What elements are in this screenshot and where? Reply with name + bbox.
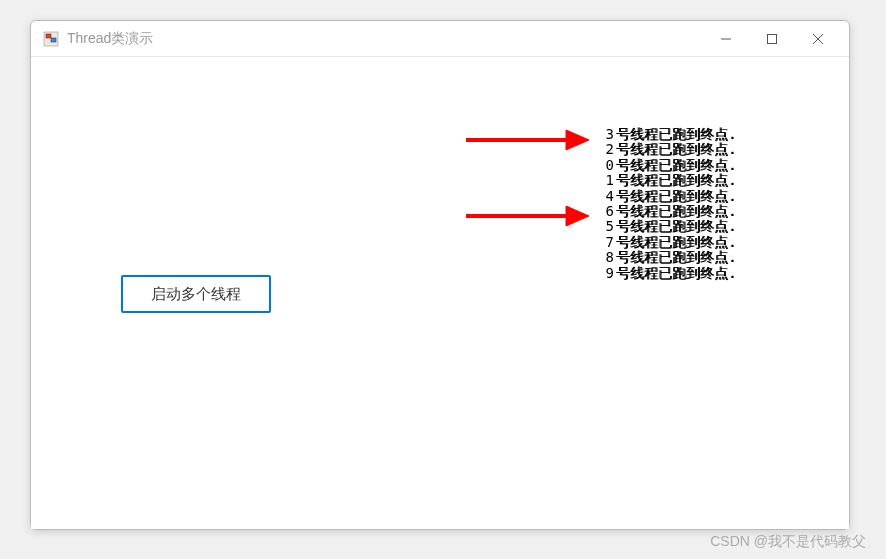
thread-line: 7号线程已跑到终点. — [596, 235, 736, 250]
svg-rect-4 — [768, 34, 777, 43]
thread-num: 2 — [596, 142, 614, 157]
thread-num: 6 — [596, 204, 614, 219]
thread-text: 号线程已跑到终点. — [616, 158, 736, 173]
thread-num: 1 — [596, 173, 614, 188]
annotation-arrow-2 — [461, 203, 591, 229]
thread-text: 号线程已跑到终点. — [616, 173, 736, 188]
svg-rect-2 — [51, 38, 56, 42]
thread-num: 7 — [596, 235, 614, 250]
thread-line: 3号线程已跑到终点. — [596, 127, 736, 142]
app-icon — [43, 31, 59, 47]
titlebar: Thread类演示 — [31, 21, 849, 57]
svg-marker-8 — [566, 130, 589, 150]
minimize-button[interactable] — [703, 23, 749, 55]
thread-text: 号线程已跑到终点. — [616, 235, 736, 250]
thread-line: 1号线程已跑到终点. — [596, 173, 736, 188]
app-window: Thread类演示 启动多个线程 3号线程已跑到终点. 2号线程已跑到终点. 0… — [30, 20, 850, 530]
thread-text: 号线程已跑到终点. — [616, 189, 736, 204]
thread-line: 8号线程已跑到终点. — [596, 250, 736, 265]
window-controls — [703, 23, 841, 55]
thread-output: 3号线程已跑到终点. 2号线程已跑到终点. 0号线程已跑到终点. 1号线程已跑到… — [596, 127, 736, 281]
svg-marker-10 — [566, 206, 589, 226]
thread-line: 4号线程已跑到终点. — [596, 189, 736, 204]
thread-num: 5 — [596, 219, 614, 234]
thread-line: 5号线程已跑到终点. — [596, 219, 736, 234]
thread-line: 0号线程已跑到终点. — [596, 158, 736, 173]
thread-num: 0 — [596, 158, 614, 173]
client-area: 启动多个线程 3号线程已跑到终点. 2号线程已跑到终点. 0号线程已跑到终点. … — [31, 57, 849, 529]
thread-text: 号线程已跑到终点. — [616, 127, 736, 142]
start-threads-button[interactable]: 启动多个线程 — [121, 275, 271, 313]
thread-text: 号线程已跑到终点. — [616, 250, 736, 265]
thread-num: 3 — [596, 127, 614, 142]
thread-text: 号线程已跑到终点. — [616, 204, 736, 219]
thread-num: 9 — [596, 266, 614, 281]
thread-text: 号线程已跑到终点. — [616, 266, 736, 281]
svg-rect-1 — [46, 34, 51, 38]
thread-line: 6号线程已跑到终点. — [596, 204, 736, 219]
thread-line: 9号线程已跑到终点. — [596, 266, 736, 281]
window-title: Thread类演示 — [67, 30, 703, 48]
watermark: CSDN @我不是代码教父 — [710, 533, 866, 551]
thread-line: 2号线程已跑到终点. — [596, 142, 736, 157]
thread-num: 8 — [596, 250, 614, 265]
close-button[interactable] — [795, 23, 841, 55]
thread-text: 号线程已跑到终点. — [616, 142, 736, 157]
maximize-button[interactable] — [749, 23, 795, 55]
annotation-arrow-1 — [461, 127, 591, 153]
thread-num: 4 — [596, 189, 614, 204]
thread-text: 号线程已跑到终点. — [616, 219, 736, 234]
